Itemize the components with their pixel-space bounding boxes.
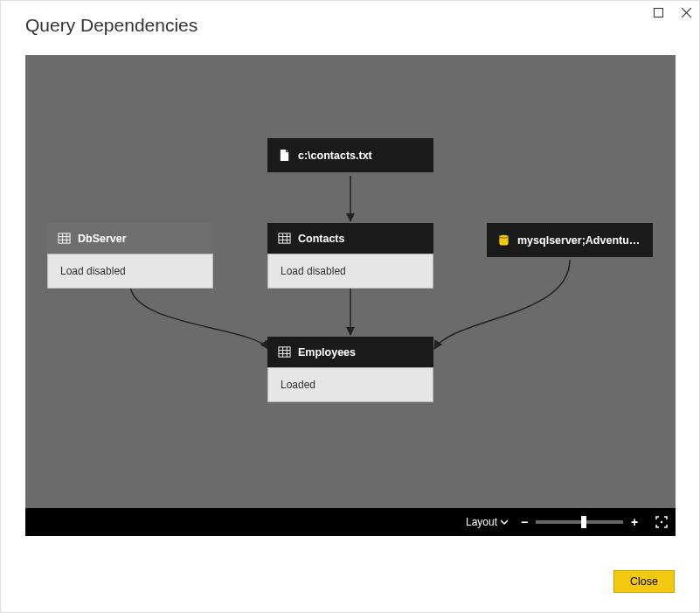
canvas-toolbar: Layout − + [25, 508, 676, 536]
dialog-footer: Close [613, 570, 675, 593]
svg-point-20 [661, 521, 662, 523]
layout-dropdown[interactable]: Layout [466, 516, 508, 528]
node-contacts-file[interactable]: c:\contacts.txt [267, 138, 433, 172]
table-icon [58, 232, 71, 245]
node-status: Loaded [267, 367, 433, 402]
node-header: Employees [267, 337, 433, 367]
svg-rect-15 [279, 347, 290, 357]
zoom-slider[interactable] [536, 520, 623, 524]
node-status: Load disabled [267, 254, 433, 289]
layout-label: Layout [466, 516, 497, 528]
zoom-controls: − + [518, 515, 669, 529]
node-label: mysqlserver;AdventureWor... [517, 234, 642, 247]
zoom-slider-thumb[interactable] [581, 516, 586, 528]
fit-icon [655, 515, 669, 529]
svg-rect-8 [279, 233, 290, 243]
zoom-out-button[interactable]: − [518, 516, 530, 528]
node-header: mysqlserver;AdventureWor... [487, 223, 653, 257]
database-icon [497, 233, 510, 247]
node-contacts[interactable]: Contacts Load disabled [267, 223, 433, 289]
file-icon [278, 149, 291, 162]
close-icon [682, 8, 691, 17]
maximize-icon [654, 8, 663, 17]
node-label: Contacts [298, 233, 344, 245]
node-label: DbServer [78, 233, 127, 245]
node-label: Employees [298, 346, 356, 359]
dependency-canvas[interactable]: c:\contacts.txt DbServer Load disabled [25, 55, 676, 508]
node-label: c:\contacts.txt [298, 150, 372, 162]
node-employees[interactable]: Employees Loaded [267, 337, 433, 402]
dialog-window: Query Dependencies [0, 0, 700, 613]
table-icon [278, 345, 291, 359]
node-header: Contacts [267, 223, 433, 254]
close-window-button[interactable] [678, 4, 694, 20]
dependency-canvas-wrap: c:\contacts.txt DbServer Load disabled [25, 55, 676, 536]
dialog-title: Query Dependencies [25, 15, 198, 36]
table-icon [278, 232, 291, 245]
node-db-source[interactable]: mysqlserver;AdventureWor... [487, 223, 653, 257]
node-dbserver[interactable]: DbServer Load disabled [47, 223, 213, 289]
chevron-down-icon [501, 519, 508, 526]
fit-to-screen-button[interactable] [655, 515, 669, 529]
node-header: DbServer [47, 223, 213, 254]
node-status: Load disabled [47, 254, 213, 289]
maximize-button[interactable] [650, 4, 666, 20]
svg-rect-0 [654, 8, 662, 17]
zoom-in-button[interactable]: + [628, 516, 641, 528]
node-header: c:\contacts.txt [267, 138, 433, 172]
close-button[interactable]: Close [613, 570, 675, 593]
svg-rect-3 [59, 233, 70, 243]
titlebar-controls [650, 4, 694, 20]
